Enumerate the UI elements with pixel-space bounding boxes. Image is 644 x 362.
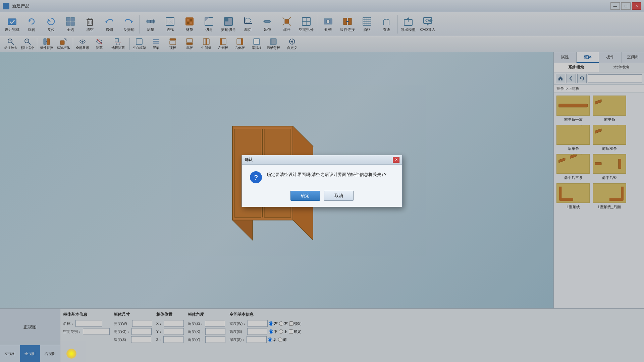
dialog-close-button[interactable]: ✕ (393, 157, 399, 163)
dialog-overlay: 确认 ✕ ? 确定要清空设计界面吗(清空之后设计界面的板件信息将丢失)？ 确定 … (0, 0, 644, 362)
dialog-question-icon: ? (250, 171, 262, 183)
dialog-title: 确认 (245, 157, 253, 163)
dialog-message: 确定要清空设计界面吗(清空之后设计界面的板件信息将丢失)？ (267, 171, 387, 178)
dialog-cancel-button[interactable]: 取消 (324, 191, 354, 201)
dialog-buttons: 确定 取消 (242, 187, 402, 207)
dialog-titlebar: 确认 ✕ (242, 155, 402, 165)
dialog-confirm-button[interactable]: 确定 (290, 191, 320, 201)
confirm-dialog: 确认 ✕ ? 确定要清空设计界面吗(清空之后设计界面的板件信息将丢失)？ 确定 … (241, 155, 402, 207)
dialog-body: ? 确定要清空设计界面吗(清空之后设计界面的板件信息将丢失)？ (242, 165, 402, 187)
cursor-indicator (66, 349, 76, 359)
